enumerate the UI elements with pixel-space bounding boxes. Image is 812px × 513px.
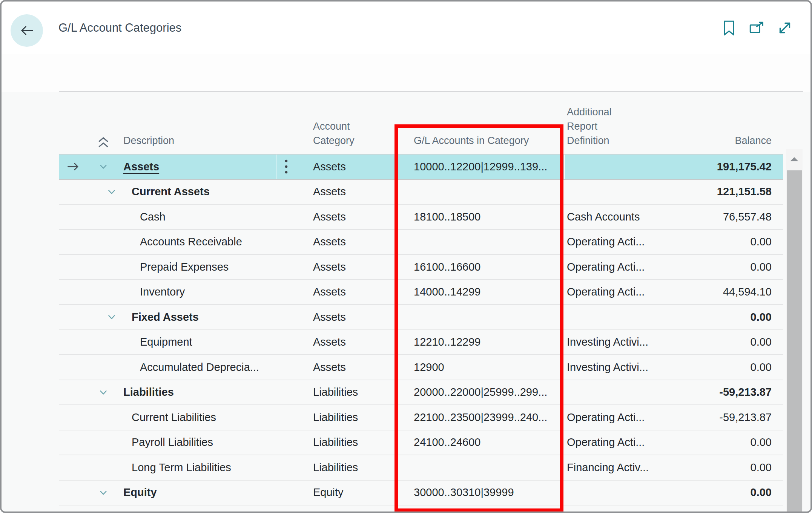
- gl-accounts-cell[interactable]: 20000..22000|25999..299...: [394, 380, 564, 405]
- chevron-down-icon[interactable]: [106, 311, 117, 323]
- description-cell[interactable]: Liabilities: [123, 386, 174, 398]
- balance-cell[interactable]: 0.00: [668, 481, 772, 505]
- additional-report-cell[interactable]: Operating Acti...: [564, 430, 668, 455]
- table-row[interactable]: Assets Assets 10000..12200|12999..139...…: [59, 155, 783, 180]
- account-category-cell[interactable]: Assets: [276, 180, 394, 204]
- table-row[interactable]: Liabilities Liabilities 20000..22000|259…: [59, 380, 783, 406]
- description-cell[interactable]: Prepaid Expenses: [140, 261, 229, 273]
- balance-cell[interactable]: 0.00: [668, 330, 772, 355]
- balance-cell[interactable]: 121,151.58: [668, 180, 772, 204]
- gl-accounts-cell[interactable]: [394, 230, 564, 254]
- table-row[interactable]: Accumulated Deprecia... Assets 12900 Inv…: [59, 355, 783, 380]
- table-row[interactable]: Payroll Liabilities Liabilities 24100..2…: [59, 430, 783, 456]
- bookmark-icon[interactable]: [721, 20, 737, 35]
- chevron-down-icon[interactable]: [106, 186, 117, 198]
- table-row[interactable]: Fixed Assets Assets 0.00: [59, 305, 783, 330]
- expand-icon[interactable]: [777, 20, 792, 35]
- additional-report-cell[interactable]: Investing Activi...: [564, 355, 668, 380]
- gl-accounts-cell[interactable]: 16100..16600: [394, 255, 564, 279]
- open-in-new-window-icon[interactable]: [749, 20, 764, 35]
- account-category-cell[interactable]: Assets: [276, 255, 394, 279]
- gl-accounts-cell[interactable]: 14000..14299: [394, 280, 564, 305]
- description-cell[interactable]: Current Liabilities: [132, 411, 216, 424]
- table-row[interactable]: Current Assets Assets 121,151.58: [59, 180, 783, 205]
- account-category-cell[interactable]: Liabilities: [276, 430, 394, 455]
- additional-report-cell[interactable]: [564, 180, 668, 204]
- description-cell[interactable]: Current Assets: [132, 185, 210, 198]
- additional-report-cell[interactable]: [564, 481, 668, 505]
- column-header-additional-report[interactable]: Additional Report Definition: [564, 105, 668, 154]
- gl-accounts-cell[interactable]: 12210..12299: [394, 330, 564, 355]
- additional-report-cell[interactable]: Investing Activi...: [564, 330, 668, 355]
- account-category-cell[interactable]: Assets: [276, 155, 394, 179]
- balance-cell[interactable]: 76,557.48: [668, 205, 772, 229]
- chevron-down-icon[interactable]: [98, 487, 109, 498]
- account-category-cell[interactable]: Liabilities: [276, 380, 394, 405]
- description-cell[interactable]: Cash: [140, 211, 166, 223]
- account-category-cell[interactable]: Equity: [276, 481, 394, 505]
- account-category-cell[interactable]: Liabilities: [276, 455, 394, 480]
- gl-accounts-cell[interactable]: [394, 455, 564, 480]
- gl-accounts-cell[interactable]: 22100..23500|23999..240...: [394, 405, 564, 430]
- account-category-cell[interactable]: Assets: [276, 205, 394, 229]
- description-cell[interactable]: Assets: [123, 161, 159, 173]
- balance-cell[interactable]: 0.00: [668, 305, 772, 329]
- back-button[interactable]: [11, 14, 43, 47]
- account-category-cell[interactable]: Assets: [276, 230, 394, 254]
- chevron-down-icon[interactable]: [98, 387, 109, 398]
- table-row[interactable]: Current Liabilities Liabilities 22100..2…: [59, 405, 783, 430]
- vertical-scrollbar[interactable]: [786, 149, 803, 511]
- balance-cell[interactable]: 0.00: [668, 230, 772, 254]
- additional-report-cell[interactable]: Operating Acti...: [564, 405, 668, 430]
- table-row[interactable]: Equipment Assets 12210..12299 Investing …: [59, 330, 783, 355]
- description-cell[interactable]: Accumulated Deprecia...: [140, 361, 259, 374]
- balance-cell[interactable]: -59,213.87: [668, 380, 772, 405]
- account-category-cell[interactable]: Assets: [276, 355, 394, 380]
- additional-report-cell[interactable]: [564, 305, 668, 329]
- account-category-cell[interactable]: Assets: [276, 280, 394, 305]
- table-row[interactable]: Long Term Liabilities Liabilities Financ…: [59, 455, 783, 481]
- additional-report-cell[interactable]: [564, 380, 668, 405]
- description-cell[interactable]: Inventory: [140, 286, 185, 298]
- collapse-all-icon[interactable]: [96, 135, 111, 148]
- description-cell[interactable]: Equipment: [140, 336, 192, 348]
- additional-report-cell[interactable]: [564, 155, 668, 179]
- scroll-up-button[interactable]: [786, 149, 803, 169]
- description-cell[interactable]: Payroll Liabilities: [132, 436, 213, 449]
- table-row[interactable]: Inventory Assets 14000..14299 Operating …: [59, 280, 783, 305]
- gl-accounts-cell[interactable]: 30000..30310|39999: [394, 481, 564, 505]
- balance-cell[interactable]: 0.00: [668, 430, 772, 455]
- balance-cell[interactable]: 0.00: [668, 355, 772, 380]
- table-row[interactable]: Accounts Receivable Assets Operating Act…: [59, 230, 783, 255]
- additional-report-cell[interactable]: Operating Acti...: [564, 230, 668, 254]
- balance-cell[interactable]: 191,175.42: [668, 155, 772, 179]
- account-category-cell[interactable]: Assets: [276, 305, 394, 329]
- description-cell[interactable]: Equity: [123, 486, 157, 499]
- account-category-cell[interactable]: Liabilities: [276, 405, 394, 430]
- additional-report-cell[interactable]: Cash Accounts: [564, 205, 668, 229]
- additional-report-cell[interactable]: Operating Acti...: [564, 280, 668, 305]
- gl-accounts-cell[interactable]: 12900: [394, 355, 564, 380]
- table-row[interactable]: Cash Assets 18100..18500 Cash Accounts 7…: [59, 205, 783, 230]
- column-header-gl-accounts[interactable]: G/L Accounts in Category: [394, 133, 564, 154]
- description-cell[interactable]: Fixed Assets: [132, 311, 199, 323]
- table-row[interactable]: Equity Equity 30000..30310|39999 0.00: [59, 481, 783, 506]
- gl-accounts-cell[interactable]: 10000..12200|12999..139...: [394, 155, 564, 179]
- description-cell[interactable]: Long Term Liabilities: [132, 461, 231, 474]
- additional-report-cell[interactable]: Financing Activ...: [564, 455, 668, 480]
- description-cell[interactable]: Accounts Receivable: [140, 236, 242, 248]
- gl-accounts-cell[interactable]: [394, 180, 564, 204]
- balance-cell[interactable]: 0.00: [668, 455, 772, 480]
- account-category-cell[interactable]: Assets: [276, 330, 394, 355]
- scrollbar-thumb[interactable]: [787, 170, 802, 511]
- column-header-account-category[interactable]: Account Category: [276, 119, 394, 154]
- chevron-down-icon[interactable]: [98, 161, 109, 172]
- gl-accounts-cell[interactable]: [394, 305, 564, 329]
- gl-accounts-cell[interactable]: 18100..18500: [394, 205, 564, 229]
- column-header-balance[interactable]: Balance: [668, 133, 772, 154]
- balance-cell[interactable]: 44,594.10: [668, 280, 772, 305]
- column-header-description[interactable]: Description: [96, 133, 276, 154]
- gl-accounts-cell[interactable]: 24100..24600: [394, 430, 564, 455]
- balance-cell[interactable]: 0.00: [668, 255, 772, 279]
- table-row[interactable]: Prepaid Expenses Assets 16100..16600 Ope…: [59, 255, 783, 280]
